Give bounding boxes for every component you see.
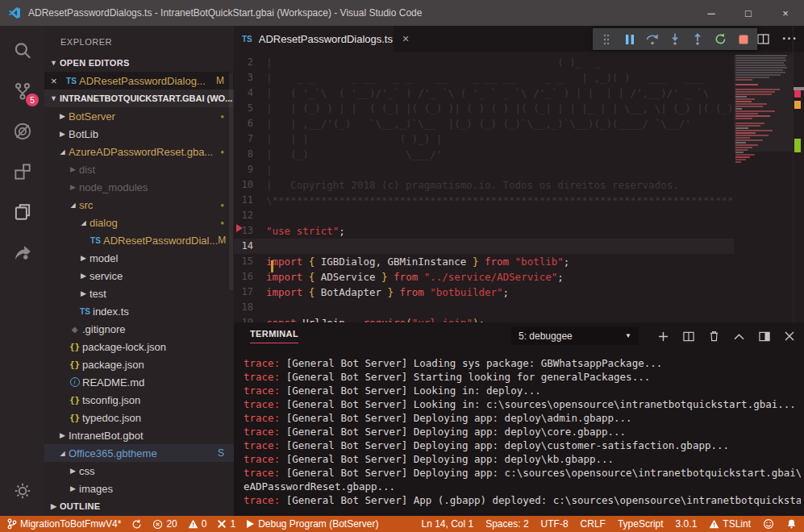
minimize-button[interactable]: ─ — [693, 0, 730, 26]
terminal-selector[interactable]: 5: debuggee ▼ — [511, 326, 639, 345]
tree-item[interactable]: TSindex.ts — [44, 302, 234, 320]
step-out-button[interactable] — [689, 31, 706, 48]
activity-bar-item-search-icon[interactable] — [0, 31, 44, 71]
code-text: | _ _ _ __ _ _ __ _ __ __ _ _ | ,_)( ) _… — [266, 70, 703, 85]
tree-item-label: dialog — [90, 217, 118, 229]
status-item-label: 0 — [202, 518, 207, 530]
stop-button[interactable] — [735, 31, 752, 48]
split-terminal-button[interactable] — [683, 331, 694, 342]
step-over-button[interactable] — [644, 31, 661, 48]
open-editors-header[interactable]: ▼ OPEN EDITORS — [44, 54, 234, 72]
json-file-icon: {} — [67, 342, 82, 352]
code-line: 16import { ADService } from "../service/… — [234, 269, 734, 285]
status-item-ln-14-col-1[interactable]: Ln 14, Col 1 — [421, 518, 473, 530]
code-editor[interactable]: 2| ( )_ _3| _ _ _ __ _ _ __ _ __ __ _ _ … — [234, 52, 734, 322]
tree-item[interactable]: ◆.gitignore — [44, 320, 234, 338]
activity-bar-item-source-control-icon[interactable]: 5 — [0, 71, 44, 111]
move-panel-button[interactable] — [759, 331, 770, 342]
maximize-panel-button[interactable] — [734, 333, 744, 340]
status-item-debug-program-botserver[interactable]: Debug Program (BotServer) — [246, 518, 378, 530]
minimap[interactable] — [735, 55, 792, 318]
tree-item[interactable]: ▶test — [44, 285, 234, 302]
close-button[interactable]: × — [767, 0, 804, 26]
tree-item[interactable]: ▶service — [44, 267, 234, 285]
tree-item[interactable]: ◢Office365.gbthemeS — [44, 444, 234, 462]
tree-item[interactable]: ◢AzureADPasswordReset.gba...● — [44, 143, 234, 160]
status-item-3-0-1[interactable]: 3.0.1 — [676, 518, 698, 530]
tree-item[interactable]: TSADResetPasswordDial...M — [44, 231, 234, 249]
chevron-right-icon: ▶ — [77, 289, 90, 297]
maximize-button[interactable]: □ — [730, 0, 767, 26]
activity-bar-item-share-icon[interactable] — [0, 232, 44, 272]
line-number: 17 — [234, 285, 266, 300]
status-item-utf-8[interactable]: UTF-8 — [541, 518, 569, 530]
close-tab-icon[interactable]: × — [402, 32, 409, 45]
status-item-tslint[interactable]: TSLint — [709, 518, 751, 530]
new-terminal-button[interactable] — [658, 331, 669, 342]
status-bar: MigrationToBotFmwV4*2001Debug Program (B… — [0, 516, 804, 532]
tree-item[interactable]: iREADME.md — [44, 373, 234, 391]
step-into-icon — [670, 33, 680, 45]
tree-item[interactable]: {}package.json — [44, 355, 234, 373]
tree-item[interactable]: ▶BotServer● — [44, 107, 234, 125]
status-item-smiley-icon[interactable] — [763, 518, 774, 530]
code-line: 8| (_) \___/' — [234, 147, 734, 162]
tree-item[interactable]: ▶images — [44, 480, 234, 497]
activity-bar-item-debug-icon[interactable] — [0, 111, 44, 152]
status-item-crlf[interactable]: CRLF — [581, 518, 606, 530]
tree-item[interactable]: {}typedoc.json — [44, 409, 234, 426]
workspace-section-header[interactable]: ▼ INTRANETBOTQUICKSTART.GBAI (WO... — [44, 89, 234, 107]
pause-button[interactable] — [621, 31, 639, 48]
tree-item[interactable]: ▶BotLib — [44, 125, 234, 143]
outline-section-header[interactable]: ▶ OUTLINE — [44, 497, 234, 515]
status-item-0[interactable]: 0 — [188, 518, 207, 530]
editor-tab-active[interactable]: TS ADResetPasswordDialogs.ts × — [234, 26, 394, 52]
status-item-20[interactable]: 20 — [152, 518, 177, 530]
status-item-1[interactable]: 1 — [217, 518, 235, 530]
terminal-tab[interactable]: TERMINAL — [250, 329, 298, 343]
json-file-icon: {} — [67, 413, 82, 423]
code-line: 4| ( '_`\ ( '__)/'_` ) /'_ `\ ( '_ ` _ `… — [234, 85, 734, 101]
settings-gear-icon — [12, 480, 33, 501]
code-text: | Copyright 2018 (c) pragmatismo.io. Tod… — [266, 177, 679, 193]
kill-terminal-button[interactable] — [709, 330, 719, 342]
drag-handle-button — [598, 31, 615, 48]
activity-bar-item-extensions-icon[interactable] — [0, 152, 44, 192]
tree-item[interactable]: ▶node_modules — [44, 178, 234, 196]
line-number: 15 — [234, 254, 266, 269]
open-editor-item[interactable]: ×TSADResetPasswordDialog...M — [44, 72, 234, 89]
chevron-right-icon: ▶ — [67, 183, 79, 191]
tree-item-label: css — [79, 465, 95, 477]
tree-item[interactable]: ◢src● — [44, 196, 234, 214]
status-item-spaces-2[interactable]: Spaces: 2 — [485, 518, 528, 530]
tree-item[interactable]: ◢dialog● — [44, 214, 234, 231]
status-item-migrationtobotfmwv4[interactable]: MigrationToBotFmwV4* — [7, 518, 121, 530]
tree-item[interactable]: ▶model — [44, 249, 234, 267]
status-item-label: 20 — [166, 518, 177, 530]
tree-item[interactable]: ▶dist — [44, 160, 234, 178]
status-item-sync-icon[interactable] — [131, 519, 142, 530]
terminal-output[interactable]: trace: [General Bot Server] Loading sys … — [244, 356, 801, 516]
status-item-typescript[interactable]: TypeScript — [618, 518, 664, 530]
activity-bar-item-settings-gear-icon[interactable] — [0, 471, 44, 511]
sidebar-scrollbar[interactable] — [229, 73, 233, 290]
activity-bar-item-pages-icon[interactable] — [0, 192, 44, 232]
step-into-button[interactable] — [666, 31, 684, 48]
line-number: 2 — [234, 55, 266, 70]
tree-item[interactable]: ▶css — [44, 462, 234, 480]
tree-item-label: README.md — [82, 376, 144, 389]
restart-button[interactable] — [712, 31, 730, 48]
split-editor-button[interactable] — [757, 34, 769, 44]
tree-item[interactable]: {}package-lock.json — [44, 338, 234, 355]
status-item-bell-icon[interactable] — [786, 518, 797, 530]
chevron-right-icon: ▶ — [67, 467, 79, 475]
close-editor-icon[interactable]: × — [51, 75, 64, 87]
overview-ruler[interactable] — [793, 26, 804, 322]
error-marker — [794, 90, 801, 98]
tree-item[interactable]: {}tsconfig.json — [44, 391, 234, 409]
tree-item[interactable]: ▶IntranetBot.gbot — [44, 426, 234, 444]
share-icon — [12, 242, 33, 263]
close-panel-button[interactable] — [785, 331, 794, 341]
tree-item-label: IntranetBot.gbot — [69, 430, 144, 442]
chevron-down-icon: ▼ — [48, 94, 60, 102]
